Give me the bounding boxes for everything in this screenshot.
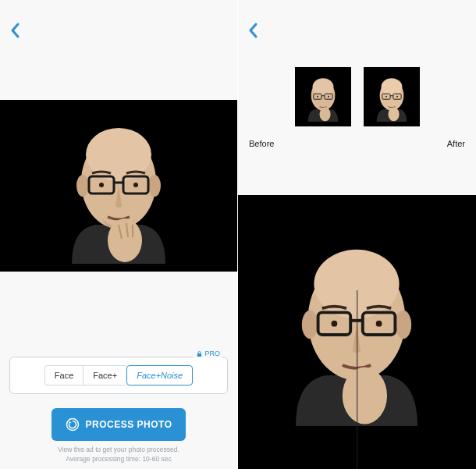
portrait-image [367, 70, 417, 123]
svg-point-9 [133, 183, 138, 187]
panel-upload: PRO Face Face+ Face+Noise PROCESS PHOTO … [0, 0, 238, 469]
lock-icon [196, 350, 203, 357]
svg-point-15 [312, 78, 333, 95]
labels-row: Before After [238, 126, 476, 148]
svg-point-10 [108, 219, 142, 262]
source-photo [0, 100, 237, 272]
svg-point-20 [328, 96, 329, 98]
portrait-image [298, 70, 348, 123]
mode-face-plus[interactable]: Face+ [83, 365, 126, 386]
mode-options: Face Face+ Face+Noise [16, 365, 221, 386]
back-button[interactable] [9, 22, 28, 41]
process-photo-button[interactable]: PROCESS PHOTO [52, 408, 186, 441]
back-button[interactable] [247, 22, 266, 41]
pro-badge: PRO [194, 350, 222, 357]
svg-point-24 [381, 78, 402, 95]
compare-area: Before After [238, 126, 476, 469]
svg-point-21 [319, 107, 330, 121]
tip-text: View this ad to get your photo processed… [0, 446, 237, 464]
chevron-left-icon [9, 22, 20, 39]
svg-rect-11 [197, 354, 201, 357]
compare-divider[interactable] [357, 290, 358, 469]
svg-point-4 [148, 175, 161, 197]
svg-point-28 [385, 96, 387, 98]
pro-label: PRO [204, 350, 220, 357]
chevron-left-icon [247, 22, 258, 39]
thumb-after[interactable] [364, 67, 420, 126]
tip-line-2: Average processing time: 10-60 sec [0, 455, 237, 464]
svg-point-19 [317, 96, 318, 98]
refresh-icon [66, 417, 80, 432]
mode-face[interactable]: Face [44, 365, 83, 386]
portrait-image [41, 108, 197, 264]
svg-point-29 [396, 96, 398, 98]
mode-selector: PRO Face Face+ Face+Noise [9, 357, 228, 394]
panel-result: Before After [238, 0, 476, 469]
tip-line-1: View this ad to get your photo processed… [0, 446, 237, 455]
before-label: Before [249, 139, 274, 148]
mode-face-noise[interactable]: Face+Noise [126, 365, 193, 386]
svg-point-39 [332, 320, 338, 326]
after-label: After [447, 139, 465, 148]
process-label: PROCESS PHOTO [86, 419, 172, 430]
svg-point-8 [99, 183, 104, 187]
svg-point-3 [76, 175, 89, 197]
thumb-before[interactable] [295, 67, 351, 126]
svg-point-34 [302, 310, 318, 338]
svg-point-30 [388, 107, 399, 121]
thumbnails-row [238, 67, 476, 126]
